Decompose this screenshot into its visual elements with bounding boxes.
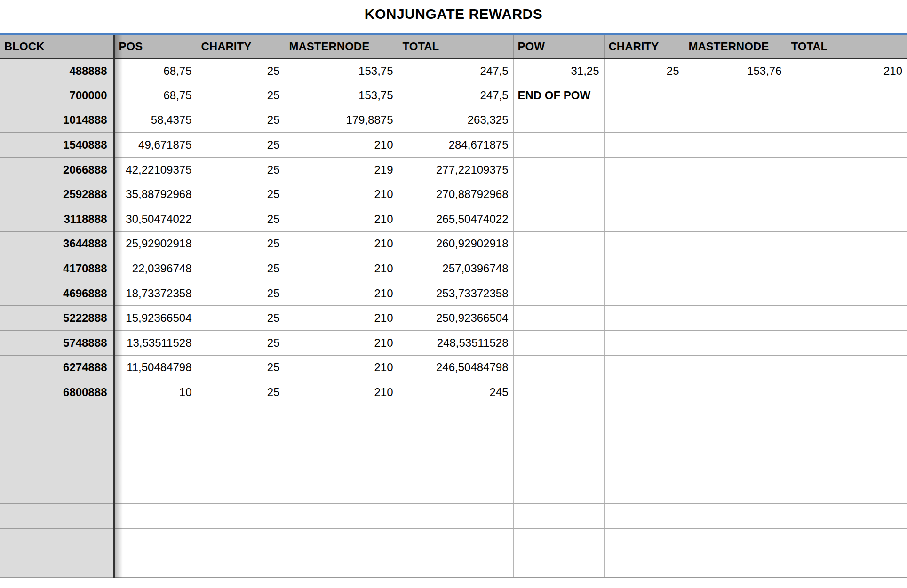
cell[interactable]: 68,75: [114, 83, 197, 108]
cell[interactable]: [197, 553, 285, 578]
cell[interactable]: 210: [285, 182, 398, 207]
cell[interactable]: [513, 281, 604, 306]
cell[interactable]: [787, 157, 907, 182]
cell[interactable]: [684, 331, 787, 356]
cell[interactable]: [787, 553, 907, 578]
cell-block[interactable]: 4170888: [0, 256, 114, 281]
cell[interactable]: [398, 479, 513, 504]
cell-block[interactable]: 1540888: [0, 133, 114, 158]
cell[interactable]: 42,22109375: [114, 157, 197, 182]
cell-block[interactable]: 2066888: [0, 157, 114, 182]
cell[interactable]: [787, 231, 907, 256]
column-header-total-2[interactable]: TOTAL: [787, 35, 907, 58]
cell[interactable]: 277,22109375: [398, 157, 513, 182]
cell[interactable]: [787, 182, 907, 207]
cell[interactable]: [684, 133, 787, 158]
cell[interactable]: 22,0396748: [114, 256, 197, 281]
cell[interactable]: [604, 405, 684, 429]
cell[interactable]: [684, 83, 787, 108]
cell[interactable]: [513, 504, 604, 529]
cell[interactable]: [684, 207, 787, 232]
cell[interactable]: END OF POW: [513, 83, 604, 108]
cell[interactable]: [513, 256, 604, 281]
cell[interactable]: [285, 479, 398, 504]
cell[interactable]: [513, 182, 604, 207]
cell[interactable]: [197, 479, 285, 504]
cell[interactable]: 253,73372358: [398, 281, 513, 306]
cell[interactable]: [604, 479, 684, 504]
column-header-charity-2[interactable]: CHARITY: [604, 35, 684, 58]
cell[interactable]: 210: [285, 306, 398, 331]
cell[interactable]: [285, 553, 398, 578]
cell[interactable]: [787, 504, 907, 529]
cell[interactable]: 49,671875: [114, 133, 197, 158]
cell[interactable]: 68,75: [114, 58, 197, 83]
cell[interactable]: 153,75: [285, 58, 398, 83]
cell[interactable]: [787, 83, 907, 108]
cell[interactable]: 35,88792968: [114, 182, 197, 207]
cell[interactable]: [114, 528, 197, 553]
cell[interactable]: 25: [197, 83, 285, 108]
cell[interactable]: [604, 306, 684, 331]
cell[interactable]: [684, 528, 787, 553]
cell[interactable]: [787, 429, 907, 454]
cell[interactable]: 210: [285, 256, 398, 281]
cell[interactable]: 25: [197, 108, 285, 133]
cell[interactable]: [197, 504, 285, 529]
cell[interactable]: [604, 429, 684, 454]
cell[interactable]: [684, 504, 787, 529]
cell[interactable]: [285, 405, 398, 429]
cell[interactable]: [604, 133, 684, 158]
cell[interactable]: 153,75: [285, 83, 398, 108]
cell[interactable]: 30,50474022: [114, 207, 197, 232]
cell[interactable]: [604, 231, 684, 256]
cell[interactable]: 25: [197, 231, 285, 256]
cell-block[interactable]: 488888: [0, 58, 114, 83]
cell[interactable]: [684, 355, 787, 380]
cell-block[interactable]: [0, 479, 114, 504]
cell[interactable]: 219: [285, 157, 398, 182]
cell[interactable]: [604, 504, 684, 529]
cell-block[interactable]: [0, 429, 114, 454]
cell[interactable]: 210: [285, 331, 398, 356]
cell[interactable]: [513, 429, 604, 454]
cell-block[interactable]: 1014888: [0, 108, 114, 133]
cell[interactable]: [398, 528, 513, 553]
cell[interactable]: 210: [285, 355, 398, 380]
cell[interactable]: [513, 108, 604, 133]
cell[interactable]: [787, 256, 907, 281]
cell[interactable]: [513, 405, 604, 429]
cell[interactable]: 260,92902918: [398, 231, 513, 256]
cell[interactable]: [513, 454, 604, 479]
cell[interactable]: [787, 281, 907, 306]
cell[interactable]: 247,5: [398, 83, 513, 108]
cell[interactable]: [513, 133, 604, 158]
cell[interactable]: [787, 133, 907, 158]
column-header-total[interactable]: TOTAL: [398, 35, 513, 58]
cell[interactable]: 25: [604, 58, 684, 83]
cell[interactable]: [513, 528, 604, 553]
cell[interactable]: [513, 157, 604, 182]
cell[interactable]: [604, 157, 684, 182]
cell[interactable]: [398, 454, 513, 479]
column-header-pow[interactable]: POW: [513, 35, 604, 58]
cell[interactable]: [114, 405, 197, 429]
cell-block[interactable]: [0, 454, 114, 479]
cell[interactable]: [114, 479, 197, 504]
cell[interactable]: 25: [197, 207, 285, 232]
cell[interactable]: [604, 331, 684, 356]
cell[interactable]: [604, 355, 684, 380]
cell-block[interactable]: [0, 504, 114, 529]
cell[interactable]: [285, 429, 398, 454]
cell[interactable]: [513, 306, 604, 331]
cell[interactable]: 270,88792968: [398, 182, 513, 207]
cell[interactable]: 210: [285, 231, 398, 256]
cell[interactable]: [513, 380, 604, 405]
cell[interactable]: [787, 207, 907, 232]
cell[interactable]: [684, 281, 787, 306]
cell-block[interactable]: [0, 553, 114, 578]
cell[interactable]: 25: [197, 281, 285, 306]
column-header-masternode[interactable]: MASTERNODE: [285, 35, 398, 58]
cell[interactable]: [604, 454, 684, 479]
cell[interactable]: 25: [197, 331, 285, 356]
